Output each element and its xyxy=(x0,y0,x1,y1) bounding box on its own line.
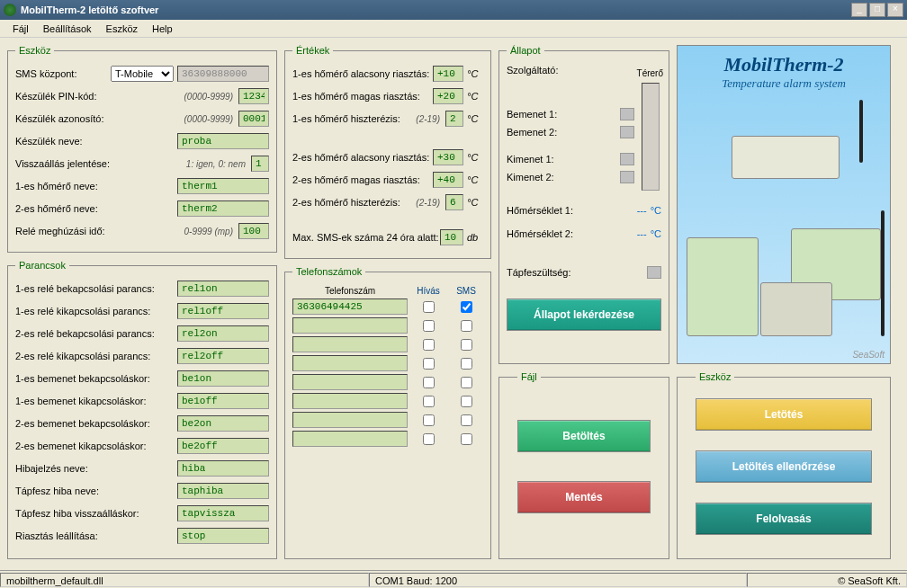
telefon-legend: Telefonszámok xyxy=(292,266,365,277)
vissza-input[interactable] xyxy=(251,156,269,172)
rele-hint: 0-9999 (mp) xyxy=(184,227,233,236)
phone-input-1[interactable] xyxy=(292,317,408,334)
sms-kozpont-select[interactable]: T-Mobile xyxy=(111,66,174,82)
maximize-button[interactable]: □ xyxy=(869,3,885,17)
call-checkbox-3[interactable] xyxy=(423,358,435,370)
t1-value: --- xyxy=(637,205,647,216)
ki1-indicator xyxy=(620,153,634,165)
rele-label: Relé meghúzási idő: xyxy=(15,226,184,236)
phone-input-6[interactable] xyxy=(292,412,408,428)
h2-name-input[interactable] xyxy=(177,200,269,217)
h1-name-input[interactable] xyxy=(177,178,269,194)
app-icon xyxy=(4,4,16,16)
tapvissza-label: Tápfesz hiba visszaálláskor: xyxy=(15,508,177,519)
pin-input[interactable] xyxy=(238,88,269,104)
product-title: MobilTherm-2 xyxy=(678,53,890,76)
taphiba-input[interactable] xyxy=(177,483,269,499)
sms-checkbox-2[interactable] xyxy=(461,339,472,351)
parancsok-group: Parancsok 1-es relé bekapcsolási parancs… xyxy=(7,260,277,559)
product-image: MobilTherm-2 Temperature alarm system Se… xyxy=(677,45,891,364)
sms-checkbox-4[interactable] xyxy=(461,377,472,388)
query-status-button[interactable]: Állapot lekérdezése xyxy=(507,298,661,331)
h1hist-input[interactable] xyxy=(445,111,463,127)
call-checkbox-1[interactable] xyxy=(423,320,435,332)
allapot-legend: Állapot xyxy=(507,45,544,56)
rele-input[interactable] xyxy=(238,223,269,239)
stop-input[interactable] xyxy=(177,528,269,544)
call-checkbox-2[interactable] xyxy=(423,339,435,351)
toolbox-group: Eszköz Letötés Letöltés ellenőrzése Felo… xyxy=(677,371,891,559)
close-button[interactable]: × xyxy=(887,3,903,17)
status-com: COM1 Baud: 1200 xyxy=(369,573,747,587)
call-checkbox-5[interactable] xyxy=(423,396,435,407)
pin-label: Készülék PIN-kód: xyxy=(15,91,184,102)
phone-input-4[interactable] xyxy=(292,374,408,390)
tapvissza-input[interactable] xyxy=(177,505,269,521)
h2hist-label: 2-es hőmérő hiszterézis: xyxy=(292,197,416,208)
b1off-label: 1-es bemenet kikapcsoláskor: xyxy=(15,396,177,406)
sms-checkbox-1[interactable] xyxy=(461,320,472,332)
load-button[interactable]: Betöltés xyxy=(517,420,651,452)
sms-checkbox-3[interactable] xyxy=(461,358,472,370)
phone-input-3[interactable] xyxy=(292,355,408,371)
h1high-label: 1-es hőmérő magas riasztás: xyxy=(292,91,433,102)
maxsms-input[interactable] xyxy=(440,229,463,245)
r2on-input[interactable] xyxy=(177,325,269,342)
azonosito-input[interactable] xyxy=(238,111,269,127)
phone-input-0[interactable] xyxy=(292,298,408,315)
ki2-indicator xyxy=(620,171,634,183)
read-button[interactable]: Felolvasás xyxy=(696,503,872,535)
pin-hint: (0000-9999) xyxy=(184,92,233,102)
status-copyright: © SeaSoft Kft. http://www.seasoft.hu xyxy=(747,573,907,587)
menu-settings[interactable]: Beállítások xyxy=(36,22,99,36)
r2off-label: 2-es relé kikapcsolási parancs: xyxy=(15,351,177,361)
phone-input-7[interactable] xyxy=(292,431,408,447)
call-checkbox-7[interactable] xyxy=(423,433,435,445)
b2off-input[interactable] xyxy=(177,438,269,454)
ki2-label: Kimenet 2: xyxy=(507,172,620,183)
b1on-input[interactable] xyxy=(177,370,269,387)
sms-checkbox-7[interactable] xyxy=(461,433,472,445)
tap-label: Tápfeszültség: xyxy=(507,267,647,278)
sms-kozpont-number[interactable] xyxy=(177,66,269,82)
r1off-input[interactable] xyxy=(177,303,269,319)
phone-input-2[interactable] xyxy=(292,336,408,352)
sms-kozpont-label: SMS központ: xyxy=(15,68,111,79)
statusbar: mobiltherm_default.dll COM1 Baud: 1200 ©… xyxy=(0,570,907,588)
b2on-input[interactable] xyxy=(177,415,269,432)
menu-tool[interactable]: Eszköz xyxy=(99,22,145,36)
sms-checkbox-6[interactable] xyxy=(461,414,472,426)
download-button[interactable]: Letötés xyxy=(696,398,872,431)
r2on-label: 2-es relé bekapcsolási parancs: xyxy=(15,328,177,339)
verify-button[interactable]: Letöltés ellenőrzése xyxy=(696,450,872,483)
h2low-input[interactable] xyxy=(433,149,463,165)
phone-input-5[interactable] xyxy=(292,393,408,409)
menu-file[interactable]: Fájl xyxy=(5,22,36,36)
brand-logo: SeaSoft xyxy=(852,350,885,360)
hiba-input[interactable] xyxy=(177,460,269,477)
minimize-button[interactable]: _ xyxy=(851,3,867,17)
save-button[interactable]: Mentés xyxy=(517,481,651,513)
h1high-input[interactable] xyxy=(433,88,463,104)
b1on-label: 1-es bemenet bekapcsoláskor: xyxy=(15,373,177,384)
call-checkbox-0[interactable] xyxy=(423,301,435,313)
b1off-input[interactable] xyxy=(177,393,269,409)
r1on-label: 1-es relé bekapcsolási parancs: xyxy=(15,283,177,294)
h2high-input[interactable] xyxy=(433,172,463,188)
parancsok-legend: Parancsok xyxy=(15,260,69,271)
call-checkbox-6[interactable] xyxy=(423,414,435,426)
call-checkbox-4[interactable] xyxy=(423,377,435,388)
r2off-input[interactable] xyxy=(177,348,269,364)
menu-help[interactable]: Help xyxy=(145,22,180,36)
be1-label: Bemenet 1: xyxy=(507,109,620,120)
sms-checkbox-5[interactable] xyxy=(461,396,472,407)
sms-checkbox-0[interactable] xyxy=(461,301,472,313)
device-icon xyxy=(732,136,840,179)
device-icon xyxy=(760,282,832,336)
h2hist-input[interactable] xyxy=(445,194,463,210)
nev-input[interactable] xyxy=(177,133,269,149)
r1on-input[interactable] xyxy=(177,281,269,297)
h1low-input[interactable] xyxy=(433,66,463,82)
be1-indicator xyxy=(620,108,634,120)
h1low-label: 1-es hőmérő alacsony riasztás: xyxy=(292,68,433,79)
